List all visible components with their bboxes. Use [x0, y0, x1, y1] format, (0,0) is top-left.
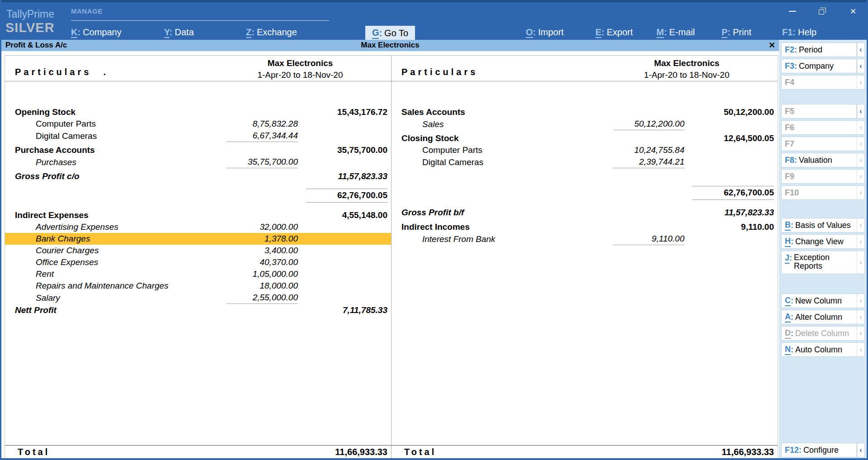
report-row[interactable]: Computer Parts 8,75,832.28 — [5, 118, 391, 130]
incomes-pane: Particulars Max Electronics 1-Apr-20 to … — [392, 56, 778, 458]
sidebar-button-auto-column[interactable]: N:Auto Column ‹ — [781, 342, 865, 357]
report-row[interactable]: Digital Cameras 6,67,344.44 — [5, 130, 391, 142]
report-row[interactable]: Repairs and Maintenance Charges 18,000.0… — [5, 280, 391, 292]
chevron-left-icon: ‹ — [857, 294, 864, 308]
colon: : — [77, 27, 80, 37]
row-label: Gross Profit c/o — [5, 171, 208, 182]
colon: : — [791, 313, 793, 322]
manage-section-label: MANAGE — [71, 7, 103, 15]
chevron-left-icon: ‹ — [857, 327, 864, 340]
colon: : — [251, 27, 255, 37]
chevron-left-icon: ‹ — [857, 76, 864, 89]
menu-data[interactable]: Y:Data — [164, 27, 194, 38]
minimize-button[interactable] — [786, 6, 799, 17]
column-company: Max Electronics — [209, 57, 391, 69]
left-total-row: Total 11,66,933.33 — [5, 445, 391, 458]
menu-email-key: M — [656, 27, 664, 38]
menu-company[interactable]: K:Company — [71, 27, 122, 38]
menu-email[interactable]: M:E-mail — [656, 27, 695, 38]
sidebar-button-period[interactable]: F2:Period ‹ — [781, 43, 865, 57]
label: Delete Column — [795, 329, 849, 338]
key: B — [785, 220, 791, 231]
row-amount: 12,64,500.05 — [689, 133, 778, 144]
report-row[interactable]: Sales Accounts 50,12,200.00 — [392, 106, 778, 118]
sidebar-button-company[interactable]: F3:Company ‹ — [781, 59, 865, 73]
colon: : — [794, 62, 797, 71]
report-row[interactable]: Gross Profit b/f 11,57,823.33 — [392, 207, 778, 218]
row-amount: 35,75,700.00 — [302, 144, 391, 156]
report-row[interactable]: Purchase Accounts 35,75,700.00 — [5, 144, 391, 156]
colon: : — [791, 237, 793, 247]
menu-exchange-label: Exchange — [257, 27, 297, 37]
report-row[interactable]: Office Expenses 40,370.00 — [5, 256, 391, 268]
sidebar-button-configure[interactable]: F12:Configure ‹ — [781, 443, 865, 457]
sidebar-button-valuation[interactable]: F8:Valuation ‹ — [781, 153, 865, 167]
row-subamount: 8,75,832.28 — [208, 118, 302, 130]
report-row[interactable]: Purchases 35,75,700.00 — [5, 156, 391, 168]
row-label: Purchases — [5, 156, 208, 168]
sidebar-button-exception-reports[interactable]: J:Exception Reports ‹ — [781, 251, 865, 274]
menu-exchange[interactable]: Z:Exchange — [246, 27, 297, 38]
row-amount: 9,110.00 — [689, 221, 778, 233]
report-row[interactable]: Gross Profit c/o 11,57,823.33 — [5, 171, 391, 182]
report-row[interactable]: Rent 1,05,000.00 — [5, 268, 391, 280]
row-label: Indirect Incomes — [392, 221, 595, 233]
report-row[interactable]: Indirect Expenses 4,55,148.00 — [5, 209, 391, 221]
right-total-row: Total 11,66,933.33 — [392, 445, 778, 458]
report-row[interactable]: Advertising Expenses 32,000.00 — [5, 221, 391, 233]
row-label: Indirect Expenses — [5, 209, 208, 221]
row-label: Computer Parts — [5, 118, 208, 130]
key: N — [785, 345, 791, 355]
report-row[interactable]: Salary 2,55,000.00 — [5, 292, 391, 304]
sidebar-button-alter-column[interactable]: A:Alter Column ‹ — [781, 310, 865, 324]
report-row[interactable]: Sales 50,12,200.00 — [392, 118, 778, 130]
menu-import[interactable]: O:Import — [526, 27, 564, 38]
goto-label: Go To — [384, 28, 408, 38]
expenses-pane: Particulars. Max Electronics 1-Apr-20 to… — [5, 56, 392, 458]
row-amount: 11,57,823.33 — [302, 171, 391, 182]
label: Company — [799, 62, 834, 71]
row-label: Interest From Bank — [392, 233, 595, 245]
row-amount: 11,57,823.33 — [689, 207, 778, 218]
key: F5 — [785, 107, 794, 116]
sidebar-button-new-column[interactable]: C:New Column ‹ — [781, 294, 865, 308]
report-row[interactable]: Nett Profit 7,11,785.33 — [5, 304, 391, 316]
report-row[interactable]: Interest From Bank 9,110.00 — [392, 233, 778, 245]
particulars-header: Particulars — [392, 67, 596, 81]
report-row[interactable]: Closing Stock 12,64,500.05 — [392, 133, 778, 144]
selected-row[interactable]: Bank Charges 1,378.00 — [5, 233, 391, 245]
total-label: Total — [5, 447, 208, 457]
report-row[interactable]: Indirect Incomes 9,110.00 — [392, 221, 778, 233]
key: F8 — [785, 156, 794, 165]
menu-print[interactable]: P:Print — [722, 27, 751, 38]
label: Auto Column — [795, 346, 842, 354]
colon: : — [791, 296, 793, 306]
menu-export[interactable]: E:Export — [595, 27, 633, 38]
close-window-button[interactable]: ✕ — [846, 6, 860, 17]
close-report-icon[interactable]: ✕ — [769, 40, 775, 50]
title-bar: TallyPrime SILVER MANAGE K:Company Y:Dat… — [0, 0, 868, 40]
menu-help[interactable]: F1:Help — [782, 27, 816, 38]
report-row[interactable]: Digital Cameras 2,39,744.21 — [392, 156, 778, 168]
row-label: Bank Charges — [5, 233, 208, 245]
column-period: 1-Apr-20 to 18-Nov-20 — [209, 69, 391, 81]
key: F6 — [785, 123, 794, 133]
sidebar-button-change-view[interactable]: H:Change View ‹ — [781, 234, 865, 249]
chevron-left-icon: ‹ — [857, 137, 864, 151]
subtotal-row: 62,76,700.05 — [5, 189, 391, 200]
key: D — [785, 328, 791, 339]
menu-exchange-key: Z — [246, 27, 251, 38]
report-row[interactable]: Opening Stock 15,43,176.72 — [5, 106, 391, 118]
total-label: Total — [392, 447, 595, 457]
colon: : — [789, 253, 792, 263]
particulars-label: Particulars — [401, 67, 478, 77]
report-row[interactable]: Courier Charges 3,400.00 — [5, 245, 391, 256]
report-row[interactable]: Computer Parts 10,24,755.84 — [392, 144, 778, 156]
menu-company-key: K — [71, 27, 77, 38]
sidebar-button-f4: F4 ‹ — [781, 75, 865, 90]
row-label: Rent — [5, 268, 208, 280]
sidebar-button-basis-of-values[interactable]: B:Basis of Values ‹ — [781, 218, 865, 232]
goto-button[interactable]: G:Go To — [365, 26, 415, 40]
restore-button[interactable] — [815, 6, 828, 17]
key: J — [785, 253, 789, 264]
